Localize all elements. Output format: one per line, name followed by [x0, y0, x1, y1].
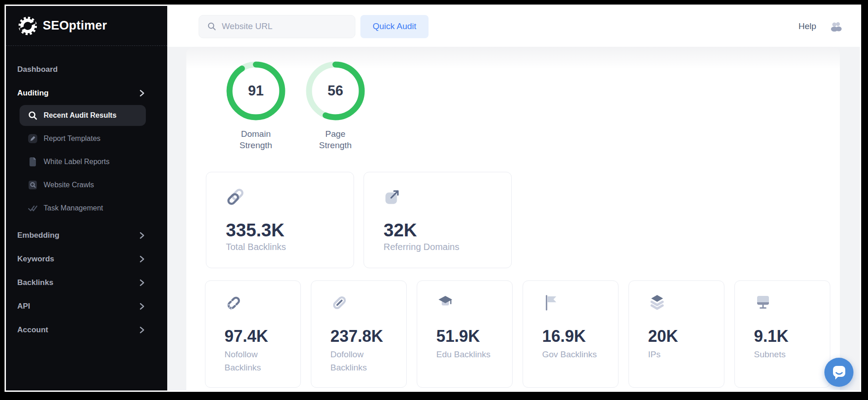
sidebar-item-label: API: [17, 302, 30, 311]
broken-link-icon: [224, 294, 293, 312]
results-panel: 91 Domain Strength 56 Page Strength: [186, 47, 840, 390]
edu-backlinks-card: 51.9K Edu Backlinks: [417, 280, 513, 388]
sidebar-item-backlinks[interactable]: Backlinks: [6, 271, 167, 295]
search-input[interactable]: [222, 21, 349, 31]
sidebar-item-label: Task Management: [44, 204, 103, 212]
stat-value: 16.9K: [542, 327, 611, 345]
chevron-right-icon: [140, 255, 145, 263]
domain-strength-gauge: 91 Domain Strength: [224, 59, 288, 151]
sidebar-item-embedding[interactable]: Embedding: [6, 224, 167, 247]
link-diagonal-icon: [330, 294, 399, 312]
layers-icon: [648, 294, 717, 312]
stat-value: 9.1K: [754, 327, 823, 345]
seoptimer-gear-icon: [17, 15, 38, 36]
stat-label: Total Backlinks: [226, 242, 344, 252]
stat-value: 335.3K: [226, 220, 344, 240]
stat-value: 237.8K: [330, 327, 399, 345]
account-users-icon[interactable]: [830, 21, 843, 32]
chat-bubble-icon: [831, 365, 847, 380]
sidebar-item-label: Website Crawls: [44, 181, 94, 189]
chat-launcher-button[interactable]: [824, 358, 853, 387]
domain-strength-label: Domain Strength: [232, 128, 279, 151]
sidebar-item-label: Report Templates: [44, 135, 100, 143]
stat-label: Referring Domains: [384, 242, 502, 252]
sidebar-item-label: Auditing: [17, 89, 49, 98]
chevron-right-icon: [140, 279, 145, 286]
sidebar-item-keywords[interactable]: Keywords: [6, 247, 167, 271]
referring-domains-card: 32K Referring Domains: [364, 172, 512, 268]
sidebar-item-label: Backlinks: [17, 278, 53, 287]
stat-label: IPs: [648, 348, 717, 361]
sidebar-item-task-management[interactable]: Task Management: [20, 198, 146, 219]
content-area: 91 Domain Strength 56 Page Strength: [167, 47, 860, 390]
page-strength-gauge: 56 Page Strength: [304, 59, 367, 151]
page-search-icon: [28, 180, 38, 190]
sidebar-item-label: Embedding: [17, 231, 60, 240]
stat-label: Nofollow Backlinks: [224, 348, 293, 374]
page-strength-label: Page Strength: [312, 128, 359, 151]
sidebar-item-account[interactable]: Account: [6, 318, 167, 342]
stat-label: Dofollow Backlinks: [330, 348, 399, 374]
sidebar-item-label: Recent Audit Results: [44, 111, 116, 120]
stat-value: 32K: [384, 220, 502, 240]
sidebar-item-recent-audit-results[interactable]: Recent Audit Results: [20, 105, 146, 126]
domain-strength-value: 91: [224, 59, 288, 123]
link-icon: [226, 187, 344, 205]
gov-backlinks-card: 16.9K Gov Backlinks: [523, 280, 619, 388]
help-link[interactable]: Help: [798, 21, 816, 31]
ips-card: 20K IPs: [629, 280, 724, 388]
sidebar-item-report-templates[interactable]: Report Templates: [20, 128, 146, 149]
primary-stats-row: 335.3K Total Backlinks 32K Referrin: [206, 172, 512, 268]
pen-icon: [28, 134, 38, 144]
stat-value: 97.4K: [224, 327, 293, 345]
external-link-icon: [384, 187, 502, 205]
logo[interactable]: SEOptimer: [6, 6, 167, 46]
chevron-right-icon: [140, 232, 145, 239]
document-icon: [28, 157, 38, 167]
stat-label: Subnets: [754, 348, 823, 361]
stat-value: 51.9K: [436, 327, 505, 345]
sidebar-item-website-crawls[interactable]: Website Crawls: [20, 175, 146, 195]
strength-gauges: 91 Domain Strength 56 Page Strength: [224, 59, 367, 151]
main-area: Quick Audit Help: [167, 6, 860, 390]
dofollow-backlinks-card: 237.8K Dofollow Backlinks: [311, 280, 407, 388]
stat-label: Edu Backlinks: [436, 348, 505, 361]
top-bar: Quick Audit Help: [167, 6, 860, 47]
double-check-icon: [28, 203, 38, 213]
quick-audit-button[interactable]: Quick Audit: [360, 15, 429, 38]
sidebar-item-white-label-reports[interactable]: White Label Reports: [20, 151, 146, 172]
sidebar: SEOptimer Dashboard Auditing Recent Audi…: [6, 6, 167, 390]
total-backlinks-card: 335.3K Total Backlinks: [206, 172, 354, 268]
sidebar-item-api[interactable]: API: [6, 295, 167, 318]
chevron-right-icon: [140, 90, 145, 97]
search-icon: [207, 22, 216, 31]
subnets-card: 9.1K Subnets: [734, 280, 830, 388]
search-icon: [28, 110, 38, 120]
graduation-cap-icon: [436, 294, 505, 312]
sidebar-item-auditing[interactable]: Auditing: [6, 81, 167, 105]
page-strength-value: 56: [304, 59, 367, 123]
app-window: SEOptimer Dashboard Auditing Recent Audi…: [5, 5, 861, 392]
sidebar-item-dashboard[interactable]: Dashboard: [6, 58, 167, 81]
website-url-search[interactable]: [199, 15, 355, 38]
sidebar-item-label: Account: [17, 325, 48, 335]
sidebar-item-label: Keywords: [17, 255, 54, 264]
logo-text: SEOptimer: [43, 19, 107, 33]
sidebar-item-label: Dashboard: [17, 65, 58, 74]
chevron-right-icon: [140, 303, 145, 310]
monitor-icon: [754, 294, 823, 312]
nofollow-backlinks-card: 97.4K Nofollow Backlinks: [205, 280, 301, 388]
secondary-stats-row: 97.4K Nofollow Backlinks: [205, 280, 830, 388]
stat-value: 20K: [648, 327, 717, 345]
flag-icon: [542, 294, 611, 312]
stat-label: Gov Backlinks: [542, 348, 611, 361]
sidebar-item-label: White Label Reports: [44, 158, 110, 166]
chevron-right-icon: [140, 326, 145, 334]
sidebar-nav: Dashboard Auditing Recent Audit Results …: [6, 58, 167, 342]
